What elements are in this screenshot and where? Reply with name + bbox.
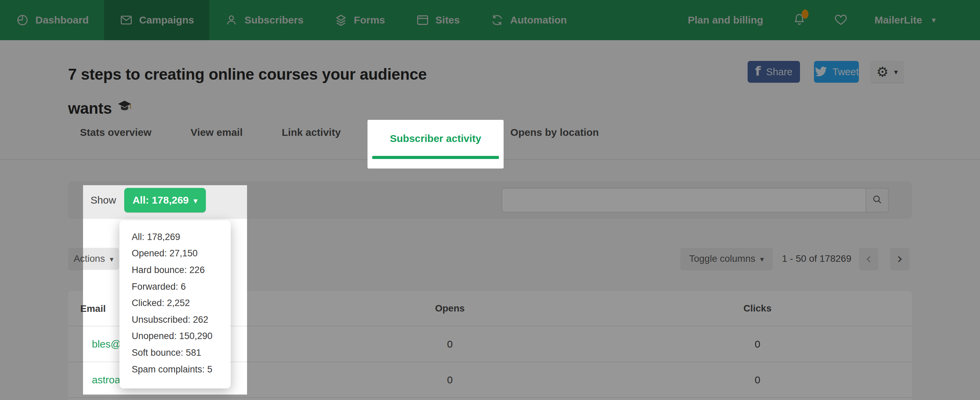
- nav-item-automation[interactable]: Automation: [475, 0, 582, 40]
- menu-item-clicked[interactable]: Clicked: 2,252: [119, 295, 231, 311]
- chevron-left-icon: ‹: [865, 250, 872, 267]
- nav-item-dashboard[interactable]: Dashboard: [0, 0, 104, 40]
- favorites-button[interactable]: [834, 12, 848, 28]
- plan-and-billing-link[interactable]: Plan and billing: [688, 14, 763, 26]
- tab-link-activity[interactable]: Link activity: [282, 127, 340, 138]
- show-filter-selected: All: 178,269: [132, 194, 189, 206]
- sync-icon: [490, 13, 504, 27]
- caret-down-icon: ▾: [760, 255, 764, 263]
- menu-item-all[interactable]: All: 178,269: [119, 229, 231, 245]
- facebook-icon: f: [755, 64, 761, 79]
- menu-item-opened[interactable]: Opened: 27,150: [119, 245, 231, 262]
- nav-item-subscribers[interactable]: Subscribers: [209, 0, 318, 40]
- campaign-settings-button[interactable]: ⚙ ▾: [870, 61, 904, 83]
- facebook-share-button[interactable]: f Share: [748, 61, 800, 83]
- search-input[interactable]: [501, 188, 865, 212]
- tab-opens-by-location[interactable]: Opens by location: [511, 127, 599, 138]
- nav-item-label: Sites: [436, 14, 460, 26]
- show-label: Show: [91, 182, 116, 219]
- share-button-label: Share: [766, 66, 792, 78]
- menu-item-forwarded[interactable]: Forwarded: 6: [119, 279, 231, 295]
- top-navigation-bar: Dashboard Campaigns Subscribers Forms Si…: [0, 0, 980, 40]
- nav-item-label: Forms: [354, 14, 385, 26]
- subscriber-email-link[interactable]: astroa: [92, 374, 120, 386]
- menu-item-unsubscribed[interactable]: Unsubscribed: 262: [119, 311, 231, 328]
- opens-value: 0: [423, 338, 477, 350]
- clicks-value: 0: [730, 338, 785, 350]
- nav-item-campaigns[interactable]: Campaigns: [104, 0, 210, 40]
- nav-item-forms[interactable]: Forms: [319, 0, 401, 40]
- chevron-right-icon: ›: [897, 250, 903, 267]
- report-tabs: Stats overview View email Link activity …: [80, 127, 599, 138]
- menu-item-unopened[interactable]: Unopened: 150,290: [119, 328, 231, 345]
- caret-down-icon: ▾: [194, 196, 198, 206]
- previous-page-button[interactable]: ‹: [859, 248, 878, 269]
- subscriber-email-link[interactable]: bles@: [92, 338, 121, 350]
- chevron-down-icon: ▾: [932, 15, 936, 25]
- active-tab-underline: [372, 156, 499, 159]
- clicks-value: 0: [730, 374, 785, 386]
- nav-item-label: Campaigns: [139, 14, 194, 26]
- page-title-line2: wants: [68, 91, 112, 125]
- nav-item-label: Subscribers: [244, 14, 303, 26]
- search-icon: [872, 194, 883, 207]
- nav-item-label: Dashboard: [35, 14, 89, 26]
- search-group: [501, 188, 889, 212]
- gear-icon: ⚙: [877, 65, 889, 79]
- caret-down-icon: ▾: [894, 68, 898, 76]
- menu-item-hard-bounce[interactable]: Hard bounce: 226: [119, 262, 231, 279]
- tweet-button-label: Tweet: [832, 66, 859, 78]
- graduation-cap-emoji: [117, 91, 132, 125]
- bell-icon: [792, 22, 807, 27]
- notification-dot: [802, 10, 808, 19]
- person-icon: [224, 13, 238, 27]
- heart-icon: [834, 22, 848, 27]
- layers-icon: [334, 13, 348, 27]
- spotlight-subscriber-activity-tab: Subscriber activity: [368, 120, 504, 169]
- search-button[interactable]: [865, 188, 889, 212]
- browser-icon: [416, 13, 430, 27]
- nav-item-sites[interactable]: Sites: [401, 0, 476, 40]
- tab-view-email[interactable]: View email: [191, 127, 243, 138]
- nav-right-cluster: Plan and billing MailerLite ▾: [688, 0, 980, 40]
- toggle-columns-button[interactable]: Toggle columns ▾: [680, 248, 773, 269]
- pagination-range: 1 - 50 of 178269: [779, 248, 854, 269]
- column-header-email: Email: [80, 291, 106, 327]
- pie-chart-icon: [16, 13, 29, 27]
- page-title-line1: 7 steps to creating online courses your …: [68, 57, 517, 91]
- column-header-opens: Opens: [423, 303, 477, 314]
- actions-button-label: Actions: [74, 253, 105, 264]
- twitter-icon: [814, 64, 827, 80]
- page-title: 7 steps to creating online courses your …: [68, 57, 517, 125]
- mailerlite-campaign-report-screen: Dashboard Campaigns Subscribers Forms Si…: [0, 0, 980, 400]
- filter-bar: Show All: 178,269 ▾: [68, 182, 912, 219]
- menu-item-spam-complaints[interactable]: Spam complaints: 5: [119, 361, 231, 378]
- nav-item-label: Automation: [510, 14, 567, 26]
- account-menu[interactable]: MailerLite ▾: [875, 14, 936, 26]
- menu-item-soft-bounce[interactable]: Soft bounce: 581: [119, 344, 231, 361]
- actions-dropdown-button[interactable]: Actions ▾: [68, 248, 119, 269]
- opens-value: 0: [423, 374, 477, 386]
- column-header-clicks: Clicks: [730, 303, 785, 314]
- tab-subscriber-activity[interactable]: Subscriber activity: [368, 133, 504, 144]
- show-filter-dropdown-menu: All: 178,269 Opened: 27,150 Hard bounce:…: [119, 220, 231, 389]
- notifications-button[interactable]: [792, 12, 807, 28]
- show-filter-dropdown-button[interactable]: All: 178,269 ▾: [124, 188, 206, 212]
- envelope-icon: [119, 13, 133, 27]
- toggle-columns-label: Toggle columns: [689, 253, 756, 264]
- tweet-button[interactable]: Tweet: [814, 61, 859, 83]
- account-name: MailerLite: [875, 14, 922, 26]
- next-page-button[interactable]: ›: [890, 248, 910, 269]
- tab-stats-overview[interactable]: Stats overview: [80, 127, 151, 138]
- caret-down-icon: ▾: [110, 255, 113, 263]
